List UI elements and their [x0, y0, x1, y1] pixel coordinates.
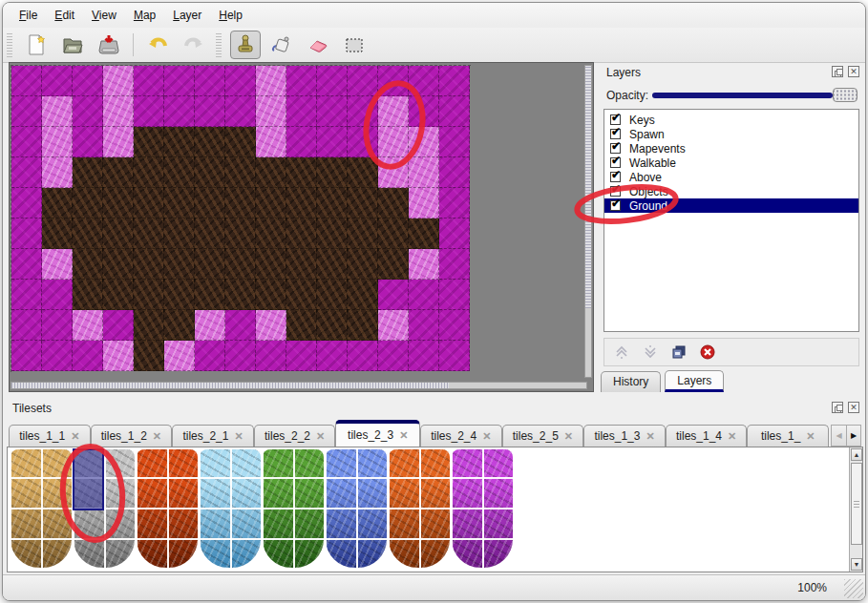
layer-visibility-checkbox[interactable]: ✔ [610, 129, 621, 139]
map-tile[interactable] [11, 341, 42, 371]
map-tile[interactable] [42, 157, 73, 188]
scroll-up-arrow-icon[interactable]: ▲ [851, 448, 862, 461]
open-file-button[interactable] [57, 31, 88, 59]
layer-row-spawn[interactable]: ✔Spawn [604, 127, 858, 141]
tileset-group-rust-red-bush[interactable] [136, 448, 199, 571]
map-tile[interactable] [409, 280, 439, 310]
tileset-tab-tiles_2_1[interactable]: tiles_2_1✕ [172, 425, 254, 447]
map-tile[interactable] [256, 218, 286, 249]
map-tile[interactable] [103, 341, 134, 371]
map-tile[interactable] [317, 218, 348, 249]
tileset-group-tan-bush[interactable] [10, 448, 73, 571]
map-tile[interactable] [256, 188, 286, 218]
map-tile[interactable] [409, 127, 439, 157]
map-tile[interactable] [378, 157, 409, 188]
layer-row-ground[interactable]: ✔Ground [604, 198, 858, 213]
menu-file[interactable]: File [11, 6, 46, 25]
map-tile[interactable] [348, 96, 378, 127]
map-tile[interactable] [439, 127, 470, 157]
close-tab-icon[interactable]: ✕ [234, 430, 243, 443]
map-canvas[interactable] [11, 65, 471, 372]
map-tile[interactable] [286, 341, 317, 371]
duplicate-layer-button[interactable] [669, 343, 688, 362]
layer-visibility-checkbox[interactable]: ✔ [610, 172, 621, 182]
map-tile[interactable] [11, 157, 42, 188]
map-tile[interactable] [42, 280, 73, 310]
toolbar-grip-2[interactable] [216, 32, 222, 57]
map-tile[interactable] [225, 188, 256, 218]
layer-visibility-checkbox[interactable]: ✔ [610, 143, 621, 154]
map-tile[interactable] [348, 218, 378, 249]
map-tile[interactable] [378, 188, 409, 218]
map-tile[interactable] [286, 188, 317, 218]
map-tile[interactable] [103, 218, 134, 249]
map-tile[interactable] [103, 249, 134, 280]
close-tab-icon[interactable]: ✕ [806, 430, 815, 443]
opacity-slider-track[interactable] [652, 93, 833, 98]
map-tile[interactable] [225, 218, 256, 249]
map-tile[interactable] [378, 249, 409, 280]
save-button[interactable] [94, 31, 124, 59]
map-tile[interactable] [439, 218, 470, 249]
tileset-tab-tiles_2_5[interactable]: tiles_2_5✕ [502, 425, 584, 447]
map-tile[interactable] [225, 96, 256, 127]
map-tile[interactable] [164, 280, 195, 310]
map-tile[interactable] [134, 341, 164, 371]
map-tile[interactable] [73, 157, 103, 188]
close-panel-icon[interactable]: ✕ [848, 66, 859, 77]
tileset-tab-tiles_1_2[interactable]: tiles_1_2✕ [91, 425, 173, 447]
map-tile[interactable] [73, 341, 103, 371]
menu-layer[interactable]: Layer [164, 6, 210, 25]
close-tab-icon[interactable]: ✕ [153, 430, 161, 443]
map-tile[interactable] [225, 310, 256, 341]
map-tile[interactable] [317, 310, 348, 341]
map-tile[interactable] [11, 310, 42, 341]
close-tab-icon[interactable]: ✕ [646, 430, 654, 443]
layer-visibility-checkbox[interactable]: ✔ [610, 157, 621, 168]
map-tile[interactable] [225, 341, 256, 371]
map-tile[interactable] [378, 127, 409, 157]
map-tile[interactable] [256, 127, 286, 157]
map-tile[interactable] [195, 280, 225, 310]
tileset-tab-tiles_2_2[interactable]: tiles_2_2✕ [254, 425, 336, 447]
select-tool-button[interactable] [339, 31, 370, 59]
map-tile[interactable] [164, 188, 195, 218]
map-tile[interactable] [409, 341, 439, 371]
map-tile[interactable] [195, 96, 225, 127]
map-tile[interactable] [286, 280, 317, 310]
map-tile[interactable] [439, 96, 470, 127]
map-tile[interactable] [134, 188, 164, 218]
close-tab-icon[interactable]: ✕ [316, 430, 325, 443]
opacity-slider-handle[interactable] [833, 88, 857, 102]
map-tile[interactable] [286, 127, 317, 157]
map-hscroll-thumb[interactable] [11, 383, 449, 388]
map-tile[interactable] [42, 341, 73, 371]
map-tile[interactable] [195, 188, 225, 218]
map-tile[interactable] [256, 157, 286, 188]
map-tile[interactable] [409, 249, 439, 280]
map-tile[interactable] [134, 310, 164, 341]
map-tile[interactable] [439, 66, 470, 96]
map-tile[interactable] [225, 249, 256, 280]
layer-row-keys[interactable]: ✔Keys [604, 113, 858, 127]
map-tile[interactable] [103, 66, 134, 96]
tileset-group-purple-bush[interactable] [451, 448, 514, 571]
map-tile[interactable] [11, 218, 42, 249]
map-tile[interactable] [195, 341, 225, 371]
map-tile[interactable] [103, 280, 134, 310]
layer-row-objects[interactable]: ✔Objects [604, 184, 858, 198]
map-tile[interactable] [317, 280, 348, 310]
toolbar-grip[interactable] [7, 32, 12, 57]
map-tile[interactable] [348, 280, 378, 310]
tileset-group-green-bush[interactable] [262, 448, 325, 571]
tileset-group-sky-blue-bush[interactable] [199, 448, 262, 571]
map-tile[interactable] [164, 66, 195, 96]
move-layer-up-button[interactable] [612, 343, 631, 362]
map-tile[interactable] [409, 310, 439, 341]
map-tile[interactable] [134, 157, 164, 188]
map-tile[interactable] [225, 66, 256, 96]
map-tile[interactable] [286, 96, 317, 127]
map-tile[interactable] [348, 157, 378, 188]
map-tile[interactable] [195, 310, 225, 341]
menu-map[interactable]: Map [125, 6, 164, 25]
